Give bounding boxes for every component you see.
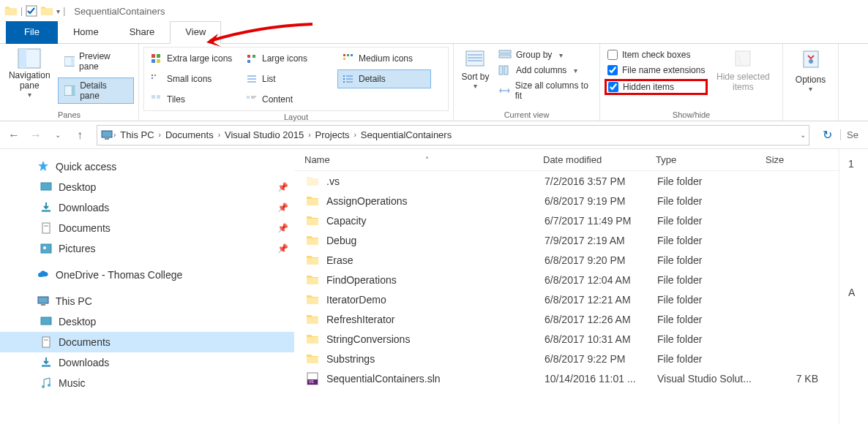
file-row[interactable]: Substrings6/8/2017 9:22 PMFile folder: [294, 349, 839, 368]
tree-this-pc[interactable]: This PC: [0, 291, 294, 311]
svg-rect-15: [347, 54, 349, 56]
qatoolbar-dropdown-icon[interactable]: ▾: [56, 7, 60, 15]
search-box[interactable]: Se: [840, 129, 864, 140]
file-row[interactable]: AssignOperations6/8/2017 9:19 PMFile fol…: [294, 191, 839, 211]
col-name[interactable]: Name˄: [304, 154, 543, 165]
svg-rect-10: [157, 59, 160, 63]
item-check-boxes-toggle[interactable]: Item check boxes: [605, 48, 708, 61]
tree-item-downloads[interactable]: Downloads: [0, 352, 294, 373]
breadcrumb[interactable]: › This PC› Documents› Visual Studio 2015…: [97, 125, 809, 145]
folder-icon: [40, 222, 53, 235]
file-name-extensions-toggle[interactable]: File name extensions: [605, 64, 708, 77]
folder-small-icon-2: [40, 4, 53, 18]
file-row[interactable]: .vs7/2/2016 3:57 PMFile folder: [294, 171, 839, 191]
bc-projects[interactable]: Projects: [311, 129, 354, 140]
svg-rect-49: [42, 210, 50, 212]
svg-rect-31: [157, 95, 160, 99]
tab-file[interactable]: File: [6, 21, 58, 44]
folder-icon: [306, 234, 319, 247]
bc-vs2015[interactable]: Visual Studio 2015: [220, 129, 308, 140]
view-large[interactable]: Large icons: [241, 49, 336, 68]
view-medium[interactable]: Medium icons: [337, 49, 431, 68]
bc-thispc[interactable]: This PC: [116, 129, 158, 140]
svg-rect-55: [41, 304, 45, 306]
svg-rect-41: [499, 66, 503, 75]
refresh-button[interactable]: ↻: [817, 125, 837, 145]
folder-icon: [306, 352, 319, 366]
folder-small-icon: [4, 4, 18, 18]
recent-dropdown[interactable]: ⌄: [48, 126, 67, 145]
svg-text:VS: VS: [309, 379, 314, 384]
back-button[interactable]: ←: [4, 126, 23, 145]
file-row[interactable]: StringConversions6/8/2017 10:31 AMFile f…: [294, 329, 839, 349]
size-columns-button[interactable]: Size all columns to fit: [495, 79, 595, 102]
folder-icon: [306, 254, 319, 267]
layout-views: Extra large icons Large icons Medium ico…: [143, 47, 449, 111]
svg-rect-6: [71, 86, 75, 95]
svg-rect-48: [41, 183, 51, 190]
col-type[interactable]: Type: [656, 154, 766, 165]
col-size[interactable]: Size: [766, 154, 824, 165]
file-row[interactable]: Debug7/9/2017 2:19 AMFile folder: [294, 230, 839, 250]
group-by-button[interactable]: Group by▾: [495, 48, 595, 61]
view-details[interactable]: Details: [337, 69, 431, 88]
up-button[interactable]: ↑: [70, 126, 89, 145]
view-content[interactable]: Content: [241, 90, 336, 109]
tree-item-pictures[interactable]: Pictures📌: [0, 238, 294, 259]
svg-rect-57: [42, 337, 50, 347]
navigation-pane-button[interactable]: Navigation pane ▾: [4, 47, 55, 109]
ribbon-tabs: File Home Share View: [0, 22, 868, 44]
bc-current[interactable]: SequentialContainers: [356, 129, 456, 140]
tree-item-music[interactable]: Music: [0, 373, 294, 393]
tree-item-documents[interactable]: Documents: [0, 332, 294, 352]
svg-rect-16: [351, 54, 353, 56]
sort-asc-icon: ˄: [425, 156, 429, 164]
file-row[interactable]: FindOperations6/8/2017 12:04 AMFile fold…: [294, 270, 839, 289]
file-row[interactable]: Capacity6/7/2017 11:49 PMFile folder: [294, 211, 839, 230]
address-bar-row: ← → ⌄ ↑ › This PC› Documents› Visual Stu…: [0, 121, 868, 149]
preview-pane-button[interactable]: Preview pane: [58, 48, 134, 75]
svg-rect-43: [736, 51, 750, 66]
group-label-panes: Panes: [4, 109, 134, 121]
sort-by-button[interactable]: Sort by ▾: [458, 47, 493, 109]
col-date[interactable]: Date modified: [543, 154, 656, 165]
group-label-current: Current view: [458, 109, 595, 121]
tree-quick-access[interactable]: Quick access: [0, 156, 294, 177]
hidden-items-toggle[interactable]: Hidden items: [608, 82, 701, 92]
file-row[interactable]: Erase6/8/2017 9:20 PMFile folder: [294, 250, 839, 270]
tree-item-desktop[interactable]: Desktop: [0, 311, 294, 332]
view-small[interactable]: Small icons: [146, 69, 239, 88]
tab-share[interactable]: Share: [114, 21, 171, 44]
address-dropdown-icon[interactable]: ⌄: [800, 131, 806, 139]
folder-icon: [40, 201, 53, 214]
tab-view[interactable]: View: [170, 21, 221, 44]
add-columns-button[interactable]: Add columns▾: [495, 64, 595, 77]
svg-rect-46: [102, 131, 112, 137]
tree-item-desktop[interactable]: Desktop📌: [0, 177, 294, 197]
pin-icon: 📌: [277, 182, 288, 192]
file-row[interactable]: VSSequentialContainers.sln10/14/2016 11:…: [294, 368, 839, 388]
separator: |: [63, 6, 65, 16]
view-list[interactable]: List: [241, 69, 336, 88]
tab-home[interactable]: Home: [58, 21, 114, 44]
folder-icon: [40, 315, 53, 328]
forward-button[interactable]: →: [26, 126, 45, 145]
svg-rect-8: [157, 54, 160, 58]
checkbox-icon[interactable]: [26, 5, 37, 17]
tree-item-documents[interactable]: Documents📌: [0, 218, 294, 238]
pin-icon: 📌: [277, 243, 288, 254]
view-tiles[interactable]: Tiles: [146, 90, 239, 109]
options-button[interactable]: Options ▾: [787, 47, 834, 109]
tree-onedrive[interactable]: OneDrive - Thomas College: [0, 265, 294, 285]
svg-rect-42: [504, 66, 508, 75]
bc-documents[interactable]: Documents: [161, 129, 218, 140]
svg-rect-17: [343, 58, 345, 60]
folder-icon: [306, 333, 319, 346]
details-pane-button[interactable]: Details pane: [58, 77, 134, 104]
file-row[interactable]: RefreshIterator6/8/2017 12:26 AMFile fol…: [294, 309, 839, 329]
svg-point-60: [42, 385, 45, 388]
file-row[interactable]: IteratorDemo6/8/2017 12:21 AMFile folder: [294, 289, 839, 309]
tree-item-downloads[interactable]: Downloads📌: [0, 197, 294, 218]
title-bar: | ▾ | SequentialContainers: [0, 0, 868, 22]
view-extra-large[interactable]: Extra large icons: [146, 49, 239, 68]
